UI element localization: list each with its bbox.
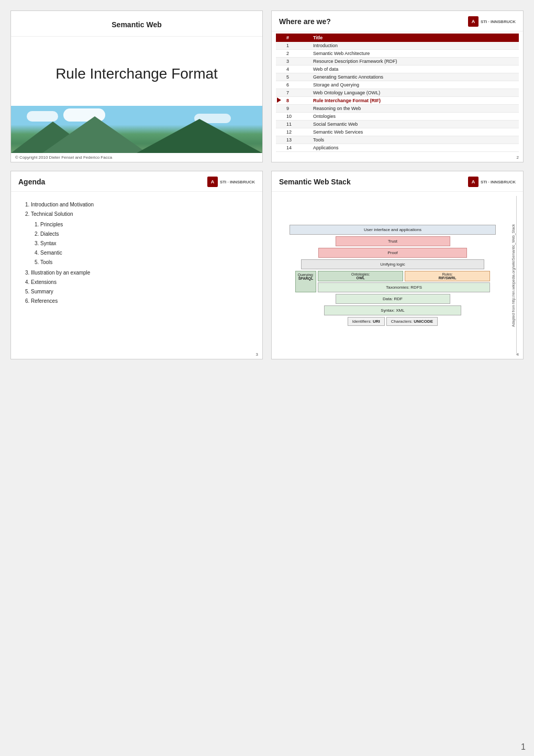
th-num: # — [283, 34, 310, 42]
slide2-page-num: 2 — [517, 155, 519, 160]
agenda-sub-item: Syntax — [40, 239, 252, 248]
row-arrow-cell — [276, 42, 283, 50]
table-row: 14Applications — [276, 144, 519, 152]
slide1-main-title: Rule Interchange Format — [45, 37, 228, 106]
slide-1-title: Semantic Web Rule Interchange Format © C… — [10, 10, 263, 162]
sti-text-4: STI · INNSBRUCK — [481, 180, 516, 184]
row-arrow-cell — [276, 73, 283, 81]
sti-icon-3: A — [207, 177, 218, 187]
row-arrow-cell — [276, 113, 283, 120]
onto-rules-tax: Ontologies:OWL Rules:RIF/SWRL Taxonomies… — [318, 271, 490, 292]
sparql-middle-row: Querying:SPARQL Ontologies:OWL Rules:RIF… — [295, 271, 490, 292]
row-num: 2 — [283, 50, 310, 58]
mountain-3 — [137, 119, 262, 153]
row-num: 13 — [283, 136, 310, 144]
row-num: 3 — [283, 58, 310, 65]
row-title: Semantic Web Services — [310, 128, 519, 136]
row-title: Resource Description Framework (RDF) — [310, 58, 519, 65]
row-title: Web Ontology Language (OWL) — [310, 89, 519, 97]
sti-text-3: STI · INNSBRUCK — [220, 180, 255, 184]
row-num: 9 — [283, 105, 310, 113]
row-title: Web of data — [310, 65, 519, 73]
sti-logo-slide4: A STI · INNSBRUCK — [468, 177, 516, 187]
table-row: 10Ontologies — [276, 113, 519, 120]
row-arrow-cell — [276, 136, 283, 144]
layer-querying: Querying:SPARQL — [295, 271, 316, 292]
sti-logo-slide3: A STI · INNSBRUCK — [207, 177, 255, 187]
row-num: 5 — [283, 73, 310, 81]
agenda-sub-list: PrinciplesDialectsSyntaxSemanticTools — [31, 220, 252, 267]
agenda-content: Introduction and MotivationTechnical Sol… — [11, 192, 262, 359]
layer-ontologies: Ontologies:OWL — [318, 271, 403, 281]
toc-table: # Title 1Introduction2Semantic Web Archi… — [276, 34, 519, 152]
agenda-sub-item: Semantic — [40, 248, 252, 258]
sti-icon: A — [468, 16, 479, 27]
row-arrow-cell — [276, 89, 283, 97]
stack-content: User interface and applications Trust Pr… — [272, 192, 523, 359]
table-row: 13Tools — [276, 136, 519, 144]
table-row: 7Web Ontology Language (OWL) — [276, 89, 519, 97]
stack-layers: User interface and applications Trust Pr… — [278, 225, 507, 326]
row-num: 11 — [283, 120, 310, 128]
agenda-item: Summary — [31, 287, 252, 297]
slide1-copyright: © Copyright 2010 Dieter Fensel and Feder… — [11, 153, 262, 162]
layer-uri: Identifiers: URI — [348, 317, 385, 326]
row-num: 7 — [283, 89, 310, 97]
row-arrow-cell — [276, 81, 283, 89]
row-arrow-cell — [276, 97, 283, 105]
layer-trust: Trust — [336, 236, 450, 246]
layer-rdf: Data: RDF — [336, 294, 450, 304]
toc-table-body: 1Introduction2Semantic Web Architecture3… — [276, 42, 519, 152]
bottom-page-number: 1 — [521, 742, 526, 752]
table-row: 3Resource Description Framework (RDF) — [276, 58, 519, 65]
row-title: Storage and Querying — [310, 81, 519, 89]
slide4-title: Semantic Web Stack — [279, 178, 351, 186]
layer-rules: Rules:RIF/SWRL — [405, 271, 490, 281]
row-arrow-cell — [276, 120, 283, 128]
table-row: 9Reasoning on the Web — [276, 105, 519, 113]
agenda-item: Technical SolutionPrinciplesDialectsSynt… — [31, 210, 252, 267]
agenda-sub-item: Principles — [40, 220, 252, 229]
toc-table-container: # Title 1Introduction2Semantic Web Archi… — [272, 31, 523, 162]
layer-unifying: Unifying logic — [301, 259, 484, 269]
slide2-header-bar: Where are we? A STI · INNSBRUCK — [272, 11, 523, 31]
slide4-header-bar: Semantic Web Stack A STI · INNSBRUCK — [272, 171, 523, 192]
row-arrow-cell — [276, 50, 283, 58]
row-num: 12 — [283, 128, 310, 136]
agenda-item: References — [31, 297, 252, 306]
sti-text: STI · INNSBRUCK — [481, 19, 516, 24]
layer-proof: Proof — [318, 248, 468, 258]
layer-ui: User interface and applications — [290, 225, 496, 235]
row-num: 4 — [283, 65, 310, 73]
agenda-sub-item: Dialects — [40, 229, 252, 239]
agenda-item: Illustration by an example — [31, 268, 252, 278]
row-arrow-cell — [276, 65, 283, 73]
row-arrow-cell — [276, 58, 283, 65]
row-arrow-cell — [276, 144, 283, 152]
slide4-page-num: 4 — [517, 352, 519, 357]
slide1-mountain-image — [11, 106, 262, 153]
active-arrow — [277, 97, 281, 103]
row-title: Introduction — [310, 42, 519, 50]
table-row: 1Introduction — [276, 42, 519, 50]
row-arrow-cell — [276, 105, 283, 113]
table-row: 12Semantic Web Services — [276, 128, 519, 136]
stack-side-label: Adapted from http://en.wikipedia.org/wik… — [510, 196, 517, 355]
slide2-title: Where are we? — [279, 17, 331, 26]
bottom-row: Identifiers: URI Characters: UNICODE — [295, 317, 490, 326]
page-wrapper: Semantic Web Rule Interchange Format © C… — [0, 0, 534, 378]
row-title: Ontologies — [310, 113, 519, 120]
row-num: 8 — [283, 97, 310, 105]
agenda-item: Introduction and Motivation — [31, 200, 252, 210]
row-title: Reasoning on the Web — [310, 105, 519, 113]
th-arrow — [276, 34, 283, 42]
row-title: Rule Interchange Format (RIF) — [310, 97, 519, 105]
row-arrow-cell — [276, 128, 283, 136]
slide-4-stack: Semantic Web Stack A STI · INNSBRUCK Use… — [271, 171, 524, 359]
row-num: 1 — [283, 42, 310, 50]
layer-xml: Syntax: XML — [324, 305, 462, 315]
slide1-subtitle: Semantic Web — [11, 11, 262, 37]
agenda-sub-item: Tools — [40, 258, 252, 267]
slide3-title: Agenda — [18, 178, 45, 186]
table-row: 2Semantic Web Architecture — [276, 50, 519, 58]
